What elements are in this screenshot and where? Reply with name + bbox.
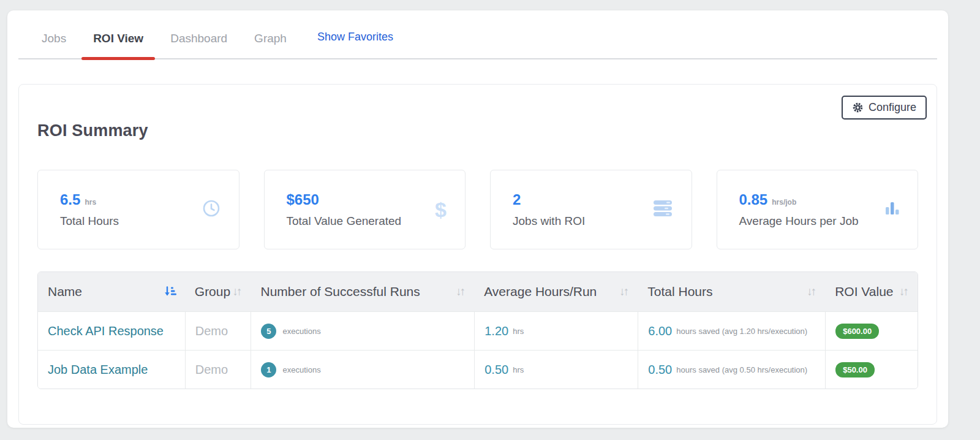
avg-hours-cell-unit: hrs <box>513 365 524 374</box>
total-hours-cell-value: 0.50 <box>648 363 672 377</box>
sort-arrows-icon: ↓↑ <box>807 285 816 298</box>
column-header-name[interactable]: Name <box>38 272 185 311</box>
server-icon <box>652 199 673 221</box>
avg-hours-label: Average Hours per Job <box>739 214 859 228</box>
total-hours-cell-value: 6.00 <box>648 324 672 338</box>
total-hours-unit: hrs <box>85 198 96 207</box>
tab-graph[interactable]: Graph <box>254 32 287 58</box>
app-card: Jobs ROI View Dashboard Graph Show Favor… <box>7 10 948 428</box>
column-header-roi-value[interactable]: ROI Value ↓↑ <box>825 272 918 311</box>
column-header-total-hours[interactable]: Total Hours ↓↑ <box>638 272 825 311</box>
avg-hours-cell-value: 1.20 <box>484 324 508 338</box>
clock-icon <box>202 199 221 220</box>
group-cell: Demo <box>195 363 228 377</box>
executions-count-badge: 1 <box>261 362 276 377</box>
avg-hours-unit: hrs/job <box>772 198 796 207</box>
column-header-runs[interactable]: Number of Successful Runs ↓↑ <box>251 272 474 311</box>
gear-icon <box>852 102 864 113</box>
total-value-value: $650 <box>287 191 319 208</box>
bar-chart-icon <box>886 201 899 218</box>
total-value-label: Total Value Generated <box>287 214 402 228</box>
show-favorites-link[interactable]: Show Favorites <box>317 31 393 58</box>
sort-arrows-icon: ↓↑ <box>232 285 242 298</box>
group-cell: Demo <box>195 324 228 338</box>
total-hours-label: Total Hours <box>60 214 119 228</box>
executions-label: executions <box>282 365 320 374</box>
configure-button-label: Configure <box>869 101 916 114</box>
column-header-roi-value-label: ROI Value <box>835 284 893 299</box>
tab-roi-view-label: ROI View <box>93 32 143 45</box>
total-hours-cell-note: hours saved (avg 1.20 hrs/execution) <box>676 327 807 336</box>
column-header-avg-hours[interactable]: Average Hours/Run ↓↑ <box>474 272 638 311</box>
job-name-link[interactable]: Job Data Example <box>48 363 148 377</box>
stat-card-jobs-with-roi: 2 Jobs with ROI <box>490 170 692 249</box>
column-header-avg-hours-label: Average Hours/Run <box>484 284 597 299</box>
roi-table: Name Group ↓↑ <box>37 271 918 389</box>
job-name-link[interactable]: Check API Response <box>48 324 164 338</box>
column-header-group-label: Group <box>195 284 230 299</box>
stat-cards-row: 6.5 hrs Total Hours $650 <box>37 170 918 249</box>
table-row: Job Data Example Demo 1 executions 0.50 … <box>38 350 918 389</box>
sort-arrows-icon: ↓↑ <box>456 285 466 298</box>
avg-hours-cell-unit: hrs <box>513 327 524 336</box>
sort-arrows-icon: ↓↑ <box>619 285 629 298</box>
sort-amount-desc-icon <box>164 286 176 298</box>
column-header-total-hours-label: Total Hours <box>647 284 712 299</box>
dollar-icon: $ <box>435 198 447 222</box>
stat-card-total-value: $650 Total Value Generated $ <box>264 170 466 249</box>
column-header-group[interactable]: Group ↓↑ <box>185 272 251 311</box>
table-row: Check API Response Demo 5 executions 1.2… <box>38 311 918 350</box>
page-title: ROI Summary <box>37 121 918 140</box>
stat-card-total-hours: 6.5 hrs Total Hours <box>37 170 239 249</box>
jobs-with-roi-value: 2 <box>513 191 521 208</box>
executions-count-badge: 5 <box>261 324 276 339</box>
column-header-name-label: Name <box>48 284 82 299</box>
avg-hours-value: 0.85 <box>739 191 768 208</box>
tab-dashboard[interactable]: Dashboard <box>170 32 227 58</box>
active-tab-indicator <box>81 57 155 60</box>
tab-roi-view[interactable]: ROI View <box>93 32 143 58</box>
jobs-with-roi-label: Jobs with ROI <box>513 214 585 228</box>
total-hours-cell-note: hours saved (avg 0.50 hrs/execution) <box>676 365 807 374</box>
tab-bar: Jobs ROI View Dashboard Graph Show Favor… <box>18 10 937 59</box>
tab-jobs[interactable]: Jobs <box>42 32 66 58</box>
configure-button[interactable]: Configure <box>842 96 927 119</box>
sort-arrows-icon: ↓↑ <box>899 285 909 298</box>
avg-hours-cell-value: 0.50 <box>484 363 508 377</box>
column-header-runs-label: Number of Successful Runs <box>260 284 420 299</box>
roi-summary-panel: Configure ROI Summary 6.5 hrs Total Hour… <box>18 84 937 425</box>
table-header-row: Name Group ↓↑ <box>38 272 918 311</box>
roi-value-badge: $600.00 <box>835 324 879 339</box>
roi-value-badge: $50.00 <box>835 362 875 377</box>
total-hours-value: 6.5 <box>60 191 80 208</box>
stat-card-avg-hours: 0.85 hrs/job Average Hours per Job <box>717 170 919 249</box>
executions-label: executions <box>282 327 320 336</box>
